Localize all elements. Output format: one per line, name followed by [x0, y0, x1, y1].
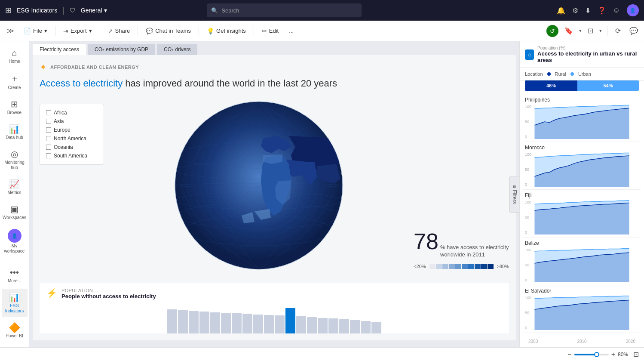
export-button[interactable]: ⇥ Export ▾ — [59, 25, 96, 37]
smiley-icon[interactable]: ☺ — [613, 6, 620, 14]
checkbox-asia[interactable] — [46, 119, 51, 124]
sidebar-item-browse[interactable]: ⊞ Browse — [2, 96, 28, 119]
rural-legend-dot — [547, 72, 551, 76]
bookmark-icon[interactable]: 🔖 — [562, 25, 576, 37]
svg-rect-18 — [264, 315, 274, 333]
zoom-slider-thumb[interactable] — [594, 352, 599, 357]
zoom-plus-button[interactable]: + — [611, 351, 615, 358]
tab-electricity[interactable]: Electricity access — [33, 44, 86, 55]
separator — [55, 26, 55, 36]
right-panel: ⌂ Population (%) Access to electricity i… — [519, 41, 644, 347]
checkbox-northamerica[interactable] — [46, 136, 51, 141]
legend-label-africa: Africa — [54, 110, 67, 116]
right-panel-header: ⌂ Population (%) Access to electricity i… — [520, 41, 644, 68]
grid-icon[interactable]: ⊞ — [5, 6, 12, 15]
x-label-2000: 2000 — [528, 339, 538, 344]
more-icon: ••• — [10, 268, 19, 278]
globe-legend-area: Africa Asia Europe — [40, 95, 509, 276]
filter-tab[interactable]: ≡ Filters — [509, 176, 519, 213]
toolbar-right: ↺ 🔖 ▾ ⊡ ▾ ⟳ 💬 — [546, 25, 641, 37]
sidebar-item-myworkspace[interactable]: 👤 My workspace — [2, 225, 28, 257]
insights-button[interactable]: 💡 Get insights — [202, 25, 250, 37]
main-title: Access to electricity has improved aroun… — [40, 77, 509, 90]
checkbox-oceania[interactable] — [46, 145, 51, 150]
mini-chart: 100500 — [525, 152, 639, 187]
bar-chart-svg — [46, 303, 502, 333]
zoom-slider-fill — [574, 354, 595, 355]
svg-rect-16 — [242, 314, 252, 333]
svg-rect-27 — [361, 321, 371, 333]
checkbox-southamerica[interactable] — [46, 153, 51, 158]
rural-urban-bar[interactable]: 46%54% — [525, 80, 639, 91]
right-panel-title-area: Population (%) Access to electricity in … — [537, 46, 639, 63]
edit-button[interactable]: ✏ Edit — [258, 25, 283, 37]
zoom-slider[interactable] — [574, 354, 609, 355]
more-button[interactable]: ... — [285, 25, 298, 36]
zoom-minus-button[interactable]: − — [567, 351, 571, 358]
file-button[interactable]: 📄 File ▾ — [19, 25, 52, 37]
legend-oceania[interactable]: Oceania — [46, 143, 98, 151]
powerbi-icon: 🔶 — [9, 322, 20, 333]
y-label: 100 — [525, 152, 531, 157]
report-header-badge: ✦ AFFORDABLE AND CLEAN ENERGY — [40, 62, 509, 72]
sidebar-item-esg[interactable]: 📊 ESG Indicators — [2, 289, 28, 317]
reload-icon[interactable]: ⟳ — [613, 25, 623, 37]
globe-container — [107, 95, 410, 276]
legend-europe[interactable]: Europe — [46, 126, 98, 134]
sidebar-item-metrics[interactable]: 📈 Metrics — [2, 176, 28, 199]
separator3 — [138, 26, 138, 36]
sidebar-item-home[interactable]: ⌂ Home — [2, 45, 28, 68]
legend-northamerica[interactable]: North America — [46, 134, 98, 143]
separator5 — [254, 26, 254, 36]
fit-to-screen-icon[interactable]: ⊡ — [633, 350, 639, 358]
shield-icon: 🛡 — [70, 7, 76, 14]
settings-icon[interactable]: ⚙ — [572, 6, 578, 15]
app-name: ESG Indicators — [17, 7, 57, 14]
country-name: Belize — [525, 240, 639, 246]
svg-point-1 — [175, 102, 343, 269]
chat-button[interactable]: 💬 Chat in Teams — [141, 25, 195, 37]
country-chart-item: Philippines100500 — [523, 94, 641, 142]
mini-chart-svg — [525, 248, 639, 282]
stat-desc-1: % have access to electricity — [440, 244, 509, 251]
legend-asia[interactable]: Asia — [46, 117, 98, 126]
checkbox-africa[interactable] — [46, 110, 51, 115]
download-icon[interactable]: ⬇ — [585, 6, 591, 15]
layout-icon[interactable]: ⊡ — [585, 25, 596, 37]
y-label: 50 — [525, 215, 529, 219]
right-panel-title: Access to electricity in urban vs rural … — [537, 50, 639, 63]
sidebar-item-create[interactable]: ＋ Create — [2, 69, 28, 94]
x-label-2020: 2020 — [626, 339, 635, 344]
legend-southamerica[interactable]: South America — [46, 151, 98, 160]
sidebar-item-datahub[interactable]: 📊 Data hub — [2, 120, 28, 144]
search-bar[interactable]: 🔍 — [207, 3, 362, 17]
legend-africa[interactable]: Africa — [46, 108, 98, 117]
chevron-down-icon[interactable]: ▾ — [579, 28, 582, 34]
sidebar-item-monitoring[interactable]: ◎ Monitoring hub — [2, 145, 28, 174]
sidebar-item-more[interactable]: ••• More... — [2, 264, 28, 287]
bell-icon[interactable]: 🔔 — [557, 6, 565, 15]
stat-number: 78 — [414, 228, 439, 254]
sidebar-item-workspaces[interactable]: ▣ Workspaces — [2, 201, 28, 224]
expand-icon[interactable]: ≫ — [3, 25, 18, 37]
legend-label-oceania: Oceania — [54, 144, 73, 150]
comment-icon[interactable]: 💬 — [627, 25, 641, 37]
share-button[interactable]: ↗ Share — [104, 25, 135, 37]
top-bar: ⊞ ESG Indicators | 🛡 General ▾ 🔍 🔔 ⚙ ⬇ ❓… — [0, 0, 644, 21]
svg-rect-22 — [307, 317, 317, 333]
sidebar-item-powerbi[interactable]: 🔶 Power BI — [2, 319, 28, 342]
refresh-button[interactable]: ↺ — [546, 25, 558, 37]
user-avatar[interactable]: 👤 — [627, 4, 639, 16]
tab-co2drivers[interactable]: CO₂ drivers — [157, 44, 197, 55]
svg-marker-36 — [535, 249, 629, 282]
checkbox-europe[interactable] — [46, 127, 51, 133]
country-chart-item: Morocco100500 — [523, 142, 641, 190]
y-label: 100 — [525, 248, 531, 252]
workspace-selector[interactable]: General ▾ — [81, 7, 107, 14]
chevron-down-icon2[interactable]: ▾ — [599, 28, 602, 34]
sidebar-label-datahub: Data hub — [6, 135, 23, 140]
tab-co2gdp[interactable]: CO₂ emissions by GDP — [88, 44, 155, 55]
help-icon[interactable]: ❓ — [598, 6, 606, 15]
y-label: 0 — [525, 182, 527, 187]
search-input[interactable] — [221, 7, 357, 14]
